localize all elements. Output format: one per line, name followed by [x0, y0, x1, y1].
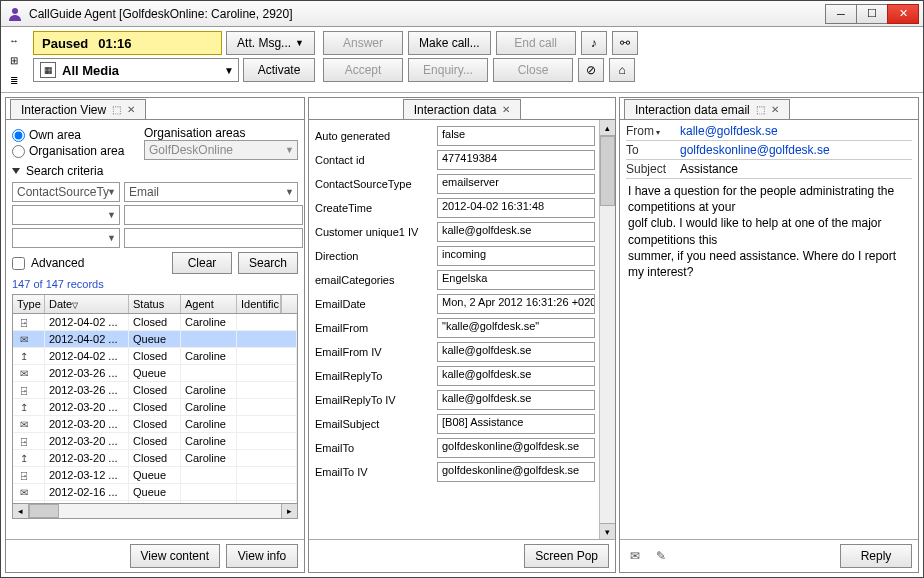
- accept-button[interactable]: Accept: [323, 58, 403, 82]
- field-value[interactable]: kalle@golfdesk.se: [437, 222, 595, 242]
- field-value[interactable]: kalle@golfdesk.se: [437, 366, 595, 386]
- pin-icon[interactable]: ⬚: [756, 104, 765, 115]
- table-row[interactable]: ✉2012-02-16 ...Queue: [13, 484, 297, 501]
- interaction-view-tab[interactable]: Interaction View ⬚ ✕: [10, 99, 146, 119]
- make-call-button[interactable]: Make call...: [408, 31, 491, 55]
- field-value[interactable]: Engelska: [437, 270, 595, 290]
- field-value[interactable]: "kalle@golfdesk.se": [437, 318, 595, 338]
- cell-status: Closed: [129, 314, 181, 330]
- email-body: I have a question for the people adminis…: [626, 179, 912, 539]
- col-date[interactable]: Date▽: [45, 295, 129, 313]
- window-close-button[interactable]: ✕: [887, 4, 919, 24]
- table-row[interactable]: ⍈2012-04-02 ...ClosedCaroline: [13, 314, 297, 331]
- field-row: EmailFrom IVkalle@golfdesk.se: [315, 342, 595, 362]
- cell-status: Queue: [129, 331, 181, 347]
- criteria-value-2[interactable]: [124, 205, 303, 225]
- field-value[interactable]: 2012-04-02 16:31:48: [437, 198, 595, 218]
- layout-icon[interactable]: ≣: [5, 71, 23, 89]
- interaction-data-tab[interactable]: Interaction data ✕: [403, 99, 522, 119]
- from-label[interactable]: From▾: [626, 124, 680, 138]
- table-row[interactable]: ⍈2012-03-12 ...Queue: [13, 467, 297, 484]
- results-table[interactable]: Type Date▽ Status Agent Identific.. ⍈201…: [12, 294, 298, 504]
- cell-status: Queue: [129, 484, 181, 500]
- enquiry-button[interactable]: Enquiry...: [408, 58, 488, 82]
- scroll-up-icon[interactable]: ▴: [600, 120, 615, 136]
- answer-button[interactable]: Answer: [323, 31, 403, 55]
- table-row[interactable]: ✉2012-03-20 ...ClosedCaroline: [13, 416, 297, 433]
- cell-agent: [181, 331, 237, 347]
- pin-icon[interactable]: ⬚: [112, 104, 121, 115]
- field-row: EmailReplyTo IVkalle@golfdesk.se: [315, 390, 595, 410]
- window-minimize-button[interactable]: ─: [825, 4, 857, 24]
- agent-status-timer: 01:16: [98, 36, 131, 51]
- table-row[interactable]: ✉2012-03-26 ...Queue: [13, 365, 297, 382]
- field-value[interactable]: incoming: [437, 246, 595, 266]
- expand-all-icon[interactable]: ↔: [5, 31, 23, 49]
- close-tab-icon[interactable]: ✕: [127, 104, 135, 115]
- criteria-field-3[interactable]: ▼: [12, 228, 120, 248]
- compose-icon[interactable]: ✎: [652, 547, 670, 565]
- field-label: Customer unique1 IV: [315, 226, 431, 238]
- cell-agent: Caroline: [181, 433, 237, 449]
- criteria-value-3[interactable]: [124, 228, 303, 248]
- end-call-button[interactable]: End call: [496, 31, 576, 55]
- field-value[interactable]: kalle@golfdesk.se: [437, 342, 595, 362]
- scroll-down-icon[interactable]: ▾: [600, 523, 615, 539]
- field-value[interactable]: golfdeskonline@golfdesk.se: [437, 438, 595, 458]
- field-value[interactable]: [B08] Assistance: [437, 414, 595, 434]
- reply-button[interactable]: Reply: [840, 544, 912, 568]
- field-value[interactable]: false: [437, 126, 595, 146]
- cancel-icon[interactable]: ⊘: [578, 58, 604, 82]
- col-type[interactable]: Type: [13, 295, 45, 313]
- search-button[interactable]: Search: [238, 252, 298, 274]
- close-tab-icon[interactable]: ✕: [502, 104, 510, 115]
- criteria-field-2[interactable]: ▼: [12, 205, 120, 225]
- headset-icon[interactable]: ⌂: [609, 58, 635, 82]
- col-agent[interactable]: Agent: [181, 295, 237, 313]
- interaction-data-email-tab[interactable]: Interaction data email ⬚ ✕: [624, 99, 790, 119]
- close-interaction-button[interactable]: Close: [493, 58, 573, 82]
- new-panel-icon[interactable]: ⊞: [5, 51, 23, 69]
- search-criteria-header[interactable]: Search criteria: [12, 164, 298, 178]
- scroll-left-icon[interactable]: ◂: [13, 504, 29, 518]
- vscrollbar[interactable]: ▴ ▾: [599, 120, 615, 539]
- table-hscrollbar[interactable]: ◂ ▸: [12, 504, 298, 519]
- voicemail-icon[interactable]: ⚯: [612, 31, 638, 55]
- scroll-right-icon[interactable]: ▸: [281, 504, 297, 518]
- organisation-area-select[interactable]: GolfDeskOnline▼: [144, 140, 298, 160]
- col-identification[interactable]: Identific..: [237, 295, 281, 313]
- media-selector[interactable]: ▦ All Media ▼: [33, 58, 239, 82]
- field-value[interactable]: golfdeskonline@golfdesk.se: [437, 462, 595, 482]
- criteria-field-1[interactable]: ContactSourceTy▼: [12, 182, 120, 202]
- field-value[interactable]: Mon, 2 Apr 2012 16:31:26 +0200: [437, 294, 595, 314]
- mail-icon: ✉: [17, 487, 31, 498]
- field-label: EmailFrom: [315, 322, 431, 334]
- table-row[interactable]: ⍈2012-03-20 ...ClosedCaroline: [13, 433, 297, 450]
- music-icon[interactable]: ♪: [581, 31, 607, 55]
- screen-pop-button[interactable]: Screen Pop: [524, 544, 609, 568]
- criteria-value-1[interactable]: Email▼: [124, 182, 298, 202]
- field-row: emailCategoriesEngelska: [315, 270, 595, 290]
- close-tab-icon[interactable]: ✕: [771, 104, 779, 115]
- activate-button[interactable]: Activate: [243, 58, 315, 82]
- att-msg-button[interactable]: Att. Msg...▼: [226, 31, 315, 55]
- field-value[interactable]: 477419384: [437, 150, 595, 170]
- organisation-area-radio[interactable]: Organisation area: [12, 144, 138, 158]
- field-value[interactable]: kalle@golfdesk.se: [437, 390, 595, 410]
- table-row[interactable]: ✉2012-04-02 ...Queue: [13, 331, 297, 348]
- field-label: EmailReplyTo IV: [315, 394, 431, 406]
- col-status[interactable]: Status: [129, 295, 181, 313]
- table-row[interactable]: ⍈2012-03-26 ...ClosedCaroline: [13, 382, 297, 399]
- field-value[interactable]: emailserver: [437, 174, 595, 194]
- advanced-checkbox[interactable]: [12, 257, 25, 270]
- view-content-button[interactable]: View content: [130, 544, 221, 568]
- own-area-radio[interactable]: Own area: [12, 128, 138, 142]
- window-maximize-button[interactable]: ☐: [856, 4, 888, 24]
- table-row[interactable]: ↥2012-04-02 ...ClosedCaroline: [13, 348, 297, 365]
- table-row[interactable]: ↥2012-03-20 ...ClosedCaroline: [13, 450, 297, 467]
- table-row[interactable]: ↥2012-03-20 ...ClosedCaroline: [13, 399, 297, 416]
- clear-button[interactable]: Clear: [172, 252, 232, 274]
- window-titlebar: CallGuide Agent [GolfdeskOnline: Carolin…: [1, 1, 923, 27]
- envelope-icon[interactable]: ✉: [626, 547, 644, 565]
- view-info-button[interactable]: View info: [226, 544, 298, 568]
